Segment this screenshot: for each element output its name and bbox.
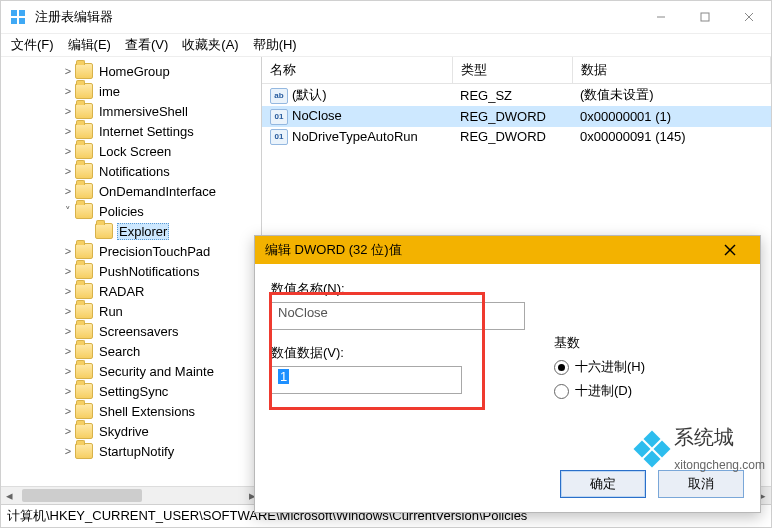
value-name: NoDriveTypeAutoRun	[292, 129, 418, 144]
value-list: 名称 类型 数据 (默认)REG_SZ(数值未设置)NoCloseREG_DWO…	[262, 57, 771, 147]
menu-help[interactable]: 帮助(H)	[253, 36, 297, 54]
tree-item[interactable]: >Run	[1, 301, 261, 321]
folder-icon	[75, 203, 93, 219]
tree-item[interactable]: >PushNotifications	[1, 261, 261, 281]
tree-item[interactable]: >Skydrive	[1, 421, 261, 441]
chevron-right-icon[interactable]: >	[61, 165, 75, 177]
chevron-right-icon[interactable]: >	[61, 405, 75, 417]
menu-view[interactable]: 查看(V)	[125, 36, 168, 54]
chevron-right-icon[interactable]: >	[61, 365, 75, 377]
dialog-close-button[interactable]	[710, 236, 750, 264]
col-data[interactable]: 数据	[572, 57, 771, 84]
tree-item[interactable]: >Shell Extensions	[1, 401, 261, 421]
chevron-right-icon[interactable]: >	[61, 445, 75, 457]
tree-item[interactable]: >HomeGroup	[1, 61, 261, 81]
window-controls	[639, 1, 771, 33]
window-title: 注册表编辑器	[35, 8, 639, 26]
minimize-button[interactable]	[639, 1, 683, 33]
tree-item-label: Security and Mainte	[97, 364, 216, 379]
ok-button[interactable]: 确定	[560, 470, 646, 498]
chevron-right-icon[interactable]: >	[61, 425, 75, 437]
folder-icon	[75, 143, 93, 159]
menubar: 文件(F) 编辑(E) 查看(V) 收藏夹(A) 帮助(H)	[1, 34, 771, 57]
col-name[interactable]: 名称	[262, 57, 452, 84]
value-name-input[interactable]: NoClose	[271, 302, 525, 330]
tree-item[interactable]: >Notifications	[1, 161, 261, 181]
maximize-button[interactable]	[683, 1, 727, 33]
menu-fav[interactable]: 收藏夹(A)	[182, 36, 238, 54]
chevron-right-icon[interactable]: >	[61, 305, 75, 317]
watermark-brand: 系统城	[674, 426, 734, 448]
svg-rect-3	[19, 18, 25, 24]
binary-value-icon	[270, 109, 288, 125]
chevron-right-icon[interactable]: >	[61, 285, 75, 297]
col-type[interactable]: 类型	[452, 57, 572, 84]
table-row[interactable]: NoDriveTypeAutoRunREG_DWORD0x00000091 (1…	[262, 127, 771, 148]
tree-item[interactable]: >StartupNotify	[1, 441, 261, 461]
scroll-left-icon[interactable]: ◂	[1, 487, 18, 504]
radix-label: 基数	[554, 334, 744, 352]
tree-item[interactable]: >PrecisionTouchPad	[1, 241, 261, 261]
tree-hscroll[interactable]: ◂ ▸	[1, 486, 261, 504]
tree-pane[interactable]: >HomeGroup>ime>ImmersiveShell>Internet S…	[1, 57, 262, 504]
tree-item[interactable]: >OnDemandInterface	[1, 181, 261, 201]
dialog-titlebar: 编辑 DWORD (32 位)值	[255, 236, 760, 264]
tree-item-label: OnDemandInterface	[97, 184, 218, 199]
folder-icon	[75, 443, 93, 459]
tree-item[interactable]: >SettingSync	[1, 381, 261, 401]
folder-icon	[75, 343, 93, 359]
chevron-right-icon[interactable]: >	[61, 145, 75, 157]
close-button[interactable]	[727, 1, 771, 33]
tree-item[interactable]: >Search	[1, 341, 261, 361]
value-data: 0x00000001 (1)	[572, 106, 771, 127]
tree-item[interactable]: >Screensavers	[1, 321, 261, 341]
regedit-window: 注册表编辑器 文件(F) 编辑(E) 查看(V) 收藏夹(A) 帮助(H) >H…	[0, 0, 772, 528]
tree-item-label: HomeGroup	[97, 64, 172, 79]
folder-icon	[75, 123, 93, 139]
menu-file[interactable]: 文件(F)	[11, 36, 54, 54]
folder-icon	[75, 323, 93, 339]
tree-item-label: Skydrive	[97, 424, 151, 439]
tree-item[interactable]: >Internet Settings	[1, 121, 261, 141]
chevron-right-icon[interactable]: >	[61, 325, 75, 337]
tree-item[interactable]: >ImmersiveShell	[1, 101, 261, 121]
tree-item[interactable]: >Security and Mainte	[1, 361, 261, 381]
folder-icon	[75, 423, 93, 439]
string-value-icon	[270, 88, 288, 104]
cancel-button[interactable]: 取消	[658, 470, 744, 498]
radix-hex-radio[interactable]: 十六进制(H)	[554, 358, 744, 376]
app-icon	[9, 8, 27, 26]
table-row[interactable]: (默认)REG_SZ(数值未设置)	[262, 84, 771, 107]
radix-dec-radio[interactable]: 十进制(D)	[554, 382, 744, 400]
chevron-down-icon[interactable]: ˅	[61, 205, 75, 218]
value-data-input[interactable]: 1	[271, 366, 462, 394]
dialog-title: 编辑 DWORD (32 位)值	[265, 241, 402, 259]
value-data: 0x00000091 (145)	[572, 127, 771, 148]
chevron-right-icon[interactable]: >	[61, 125, 75, 137]
tree-item-label: PrecisionTouchPad	[97, 244, 212, 259]
chevron-right-icon[interactable]: >	[61, 265, 75, 277]
chevron-right-icon[interactable]: >	[61, 245, 75, 257]
menu-edit[interactable]: 编辑(E)	[68, 36, 111, 54]
tree-item[interactable]: >RADAR	[1, 281, 261, 301]
tree-item[interactable]: >Lock Screen	[1, 141, 261, 161]
chevron-right-icon[interactable]: >	[61, 185, 75, 197]
chevron-right-icon[interactable]: >	[61, 385, 75, 397]
chevron-right-icon[interactable]: >	[61, 65, 75, 77]
tree-item-label: Screensavers	[97, 324, 180, 339]
value-type: REG_SZ	[452, 84, 572, 107]
tree-item[interactable]: >ime	[1, 81, 261, 101]
tree-item-label: Shell Extensions	[97, 404, 197, 419]
tree-item[interactable]: ˅Policies	[1, 201, 261, 221]
chevron-right-icon[interactable]: >	[61, 105, 75, 117]
tree: >HomeGroup>ime>ImmersiveShell>Internet S…	[1, 57, 261, 465]
chevron-right-icon[interactable]: >	[61, 85, 75, 97]
value-data-label: 数值数据(V):	[271, 344, 524, 362]
value-type: REG_DWORD	[452, 127, 572, 148]
folder-icon	[75, 103, 93, 119]
chevron-right-icon[interactable]: >	[61, 345, 75, 357]
tree-item[interactable]: Explorer	[1, 221, 261, 241]
folder-icon	[75, 263, 93, 279]
folder-icon	[75, 283, 93, 299]
table-row[interactable]: NoCloseREG_DWORD0x00000001 (1)	[262, 106, 771, 127]
